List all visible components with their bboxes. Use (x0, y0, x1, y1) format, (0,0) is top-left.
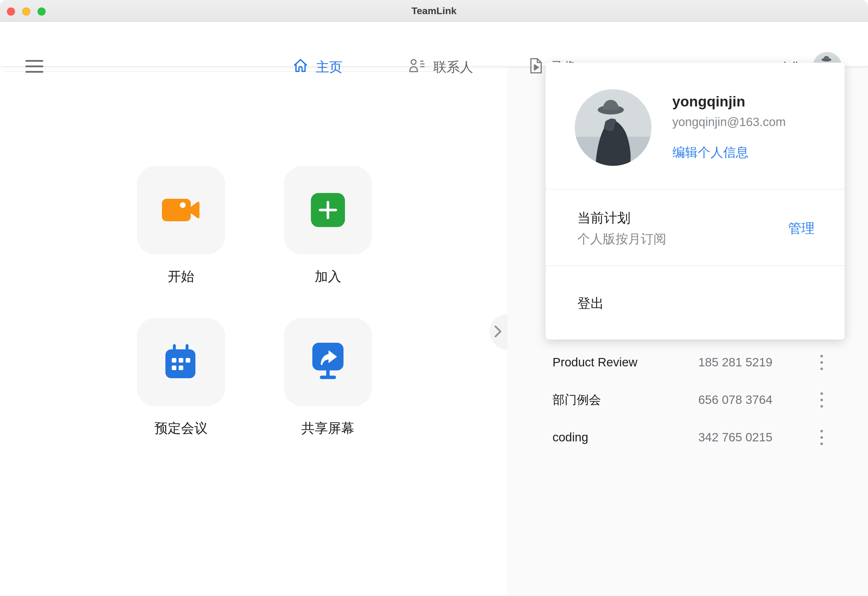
profile-name: yongqinjin (672, 93, 745, 110)
logout-button[interactable]: 登出 (577, 295, 604, 313)
content-divider (5, 71, 452, 72)
menu-button[interactable] (25, 60, 43, 73)
current-plan-value: 个人版按月订阅 (577, 230, 666, 248)
schedule-meeting-label: 预定会议 (137, 419, 225, 437)
share-screen-button[interactable] (284, 318, 372, 406)
navbar: 主页 联系人 录像 (0, 22, 868, 66)
tab-home[interactable]: 主页 (292, 56, 342, 79)
meeting-list: Product Review 185 281 5219 部门例会 656 078… (507, 344, 868, 456)
recordings-icon (529, 58, 543, 77)
main-content: 开始 加入 (0, 66, 507, 596)
menu-divider (546, 189, 844, 190)
tab-contacts-label: 联系人 (433, 58, 473, 76)
meeting-options-button[interactable] (814, 386, 829, 414)
meeting-row[interactable]: coding 342 765 0215 (507, 419, 868, 456)
meeting-options-button[interactable] (814, 348, 829, 376)
home-icon (292, 58, 309, 77)
schedule-meeting-button[interactable] (137, 318, 225, 406)
action-start-meeting: 开始 (137, 166, 225, 286)
profile-avatar (575, 89, 652, 166)
meeting-row[interactable]: 部门例会 656 078 3764 (507, 381, 868, 419)
action-join-meeting: 加入 (284, 166, 372, 286)
plus-icon (311, 193, 345, 228)
titlebar: TeamLink (0, 0, 868, 22)
meeting-id: 656 078 3764 (698, 393, 772, 407)
video-camera-icon (162, 198, 200, 223)
profile-menu: yongqinjin yongqinjin@163.com 编辑个人信息 当前计… (546, 63, 844, 339)
screen-share-icon (311, 343, 345, 382)
current-plan-title: 当前计划 (577, 209, 630, 227)
meeting-name: 部门例会 (553, 392, 601, 408)
calendar-icon (166, 344, 197, 380)
start-meeting-button[interactable] (137, 166, 225, 254)
chevron-right-icon (489, 325, 502, 339)
action-share-screen: 共享屏幕 (284, 318, 372, 437)
share-screen-label: 共享屏幕 (284, 419, 372, 437)
tab-home-label: 主页 (316, 58, 342, 76)
contacts-icon (408, 58, 426, 77)
menu-divider (546, 266, 844, 266)
start-meeting-label: 开始 (137, 268, 225, 286)
action-schedule-meeting: 预定会议 (137, 318, 225, 437)
join-meeting-button[interactable] (284, 166, 372, 254)
join-meeting-label: 加入 (284, 268, 372, 286)
window-title: TeamLink (0, 0, 868, 22)
tab-contacts[interactable]: 联系人 (408, 56, 473, 79)
app-window: TeamLink 主页 (0, 0, 868, 596)
manage-plan-link[interactable]: 管理 (788, 220, 815, 238)
edit-profile-link[interactable]: 编辑个人信息 (672, 144, 748, 161)
meeting-id: 185 281 5219 (698, 356, 772, 369)
meeting-name: Product Review (553, 356, 637, 369)
meeting-name: coding (553, 431, 588, 444)
meeting-row[interactable]: Product Review 185 281 5219 (507, 344, 868, 381)
meeting-options-button[interactable] (814, 423, 829, 451)
meeting-id: 342 765 0215 (698, 431, 772, 444)
profile-email: yongqinjin@163.com (672, 115, 786, 129)
